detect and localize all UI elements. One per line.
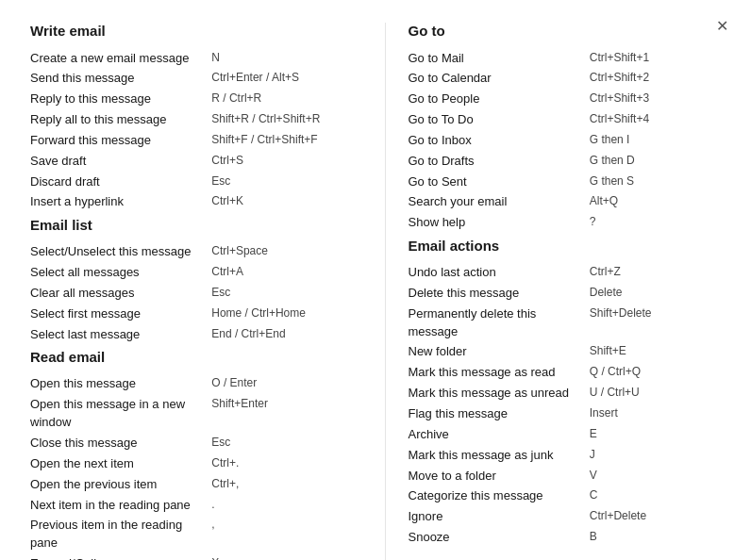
shortcut-key: Ctrl+Shift+4 (590, 110, 721, 131)
table-row: Select/Unselect this messageCtrl+Space (30, 242, 343, 263)
shortcut-action: Select first message (30, 304, 211, 324)
shortcut-key: Alt+Q (590, 192, 721, 213)
table-row: Open this message in a new windowShift+E… (30, 395, 343, 434)
table-row: Open the next itemCtrl+. (30, 453, 343, 474)
table-row: Go to To DoCtrl+Shift+4 (409, 110, 722, 131)
table-row: SnoozeB (409, 528, 722, 549)
shortcut-key: Esc (211, 172, 342, 192)
table-row: Mark this message as readQ / Ctrl+Q (409, 363, 722, 384)
shortcut-action: Select all messages (30, 263, 211, 284)
go-to-table: Go to MailCtrl+Shift+1Go to CalendarCtrl… (409, 48, 722, 234)
table-row: Show help? (409, 213, 722, 234)
shortcut-key: Insert (590, 404, 721, 425)
shortcut-action: Save draft (30, 151, 211, 172)
table-row: Go to DraftsG then D (409, 151, 722, 172)
shortcut-key: G then D (590, 151, 721, 172)
email-actions-title: Email actions (409, 238, 722, 254)
shortcut-key: G then I (590, 130, 721, 151)
shortcut-key: Ctrl+. (211, 453, 342, 474)
shortcut-action: New folder (409, 342, 590, 363)
shortcut-action: Open the previous item (30, 474, 211, 495)
table-row: Select last messageEnd / Ctrl+End (30, 324, 343, 345)
write-email-title: Write email (30, 23, 343, 39)
shortcut-action: Select last message (30, 324, 211, 345)
column-divider (385, 23, 386, 560)
table-row: Forward this messageShift+F / Ctrl+Shift… (30, 130, 343, 151)
shortcut-action: Delete this message (409, 283, 590, 304)
write-email-table: Create a new email messageNSend this mes… (30, 48, 343, 213)
close-button[interactable]: ✕ (712, 15, 732, 38)
shortcut-key: Home / Ctrl+Home (211, 304, 342, 324)
table-row: Open the previous itemCtrl+, (30, 474, 343, 495)
shortcut-key: X (211, 554, 342, 560)
table-row: Go to MailCtrl+Shift+1 (409, 48, 722, 69)
write-email-section: Write email Create a new email messageNS… (30, 23, 343, 213)
shortcut-key: Ctrl+Shift+2 (590, 69, 721, 90)
go-to-title: Go to (409, 23, 722, 39)
shortcut-key: G then S (590, 172, 721, 192)
shortcut-key: Ctrl+, (211, 474, 342, 495)
shortcut-key: U / Ctrl+U (590, 384, 721, 404)
shortcut-action: Open this message in a new window (30, 395, 211, 434)
shortcut-action: Archive (409, 424, 590, 445)
table-row: Create a new email messageN (30, 48, 343, 69)
shortcut-key: R / Ctrl+R (211, 90, 342, 110)
table-row: IgnoreCtrl+Delete (409, 507, 722, 528)
shortcut-key: Esc (211, 283, 342, 304)
shortcut-key: C (590, 486, 721, 507)
read-email-title: Read email (30, 349, 343, 365)
shortcut-key: Esc (211, 434, 342, 454)
shortcut-action: Discard draft (30, 172, 211, 192)
table-row: Go to CalendarCtrl+Shift+2 (409, 69, 722, 90)
table-row: Permanently delete this messageShift+Del… (409, 304, 722, 342)
shortcut-key: Shift+Enter (211, 395, 342, 434)
shortcut-key: Ctrl+A (211, 263, 342, 284)
shortcut-key: Ctrl+Delete (590, 507, 721, 528)
read-email-table: Open this messageO / EnterOpen this mess… (30, 374, 343, 560)
table-row: Mark this message as junkJ (409, 445, 722, 466)
shortcut-action: Next item in the reading pane (30, 495, 211, 516)
table-row: Save draftCtrl+S (30, 151, 343, 172)
shortcut-action: Go to To Do (409, 110, 590, 131)
keyboard-shortcuts-dialog: ✕ Write email Create a new email message… (0, 0, 751, 560)
shortcut-key: E (590, 424, 721, 445)
shortcut-key: V (590, 466, 721, 486)
shortcut-action: Expand/Collapse a conversation (30, 554, 211, 560)
shortcut-action: Previous item in the reading pane (30, 516, 211, 554)
shortcut-action: Ignore (409, 507, 590, 528)
shortcut-action: Go to Drafts (409, 151, 590, 172)
shortcut-action: Categorize this message (409, 486, 590, 507)
shortcut-key: J (590, 445, 721, 466)
table-row: Go to InboxG then I (409, 130, 722, 151)
email-list-title: Email list (30, 217, 343, 233)
shortcut-action: Go to Sent (409, 172, 590, 192)
shortcut-action: Send this message (30, 69, 211, 90)
left-column: Write email Create a new email messageNS… (30, 23, 362, 560)
shortcut-key: Ctrl+Z (590, 263, 721, 284)
shortcut-key: . (211, 495, 342, 516)
shortcut-key: Shift+E (590, 342, 721, 363)
table-row: Previous item in the reading pane, (30, 516, 343, 554)
shortcut-key: Ctrl+Enter / Alt+S (211, 69, 342, 90)
shortcut-action: Search your email (409, 192, 590, 213)
right-column: Go to Go to MailCtrl+Shift+1Go to Calend… (409, 23, 722, 560)
shortcut-key: Q / Ctrl+Q (590, 363, 721, 384)
shortcut-key: Ctrl+Shift+1 (590, 48, 721, 69)
shortcut-action: Undo last action (409, 263, 590, 284)
table-row: Go to PeopleCtrl+Shift+3 (409, 90, 722, 110)
table-row: Categorize this messageC (409, 486, 722, 507)
table-row: Flag this messageInsert (409, 404, 722, 425)
shortcut-action: Select/Unselect this message (30, 242, 211, 263)
go-to-section: Go to Go to MailCtrl+Shift+1Go to Calend… (409, 23, 722, 234)
shortcut-action: Close this message (30, 434, 211, 454)
shortcut-key: Ctrl+K (211, 192, 342, 213)
table-row: Next item in the reading pane. (30, 495, 343, 516)
shortcut-action: Insert a hyperlink (30, 192, 211, 213)
shortcut-action: Flag this message (409, 404, 590, 425)
email-actions-section: Email actions Undo last actionCtrl+ZDele… (409, 238, 722, 549)
table-row: Undo last actionCtrl+Z (409, 263, 722, 284)
table-row: Delete this messageDelete (409, 283, 722, 304)
shortcut-key: O / Enter (211, 374, 342, 395)
shortcut-action: Move to a folder (409, 466, 590, 486)
table-row: New folderShift+E (409, 342, 722, 363)
